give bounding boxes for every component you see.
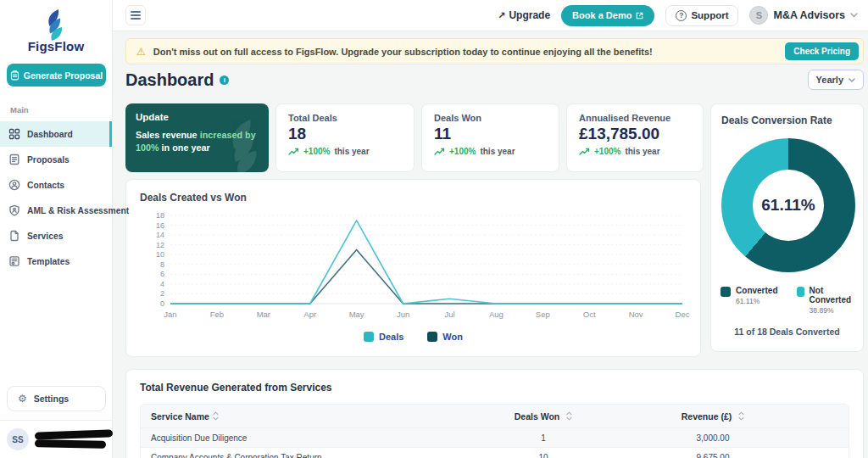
donut-chart: 61.11% bbox=[721, 138, 855, 272]
svg-text:Jan: Jan bbox=[164, 310, 176, 319]
svg-text:6: 6 bbox=[160, 270, 164, 278]
update-card: Update Sales revenue increased by 100% i… bbox=[125, 103, 269, 172]
sort-icon bbox=[566, 411, 572, 421]
svg-text:Mar: Mar bbox=[257, 310, 270, 319]
shield-icon bbox=[8, 204, 20, 216]
total-deals-card: Total Deals 18 +100% this year bbox=[275, 103, 415, 172]
annualised-revenue-card: Annualised Revenue £13,785.00 +100% this… bbox=[566, 103, 704, 172]
support-button[interactable]: ? Support bbox=[665, 5, 738, 26]
user-profile[interactable]: SS bbox=[0, 421, 112, 458]
warning-icon: ⚠ bbox=[136, 47, 146, 57]
banner-text: Don't miss out on full access to FigsFlo… bbox=[153, 47, 778, 57]
proposal-doc-icon bbox=[10, 70, 19, 81]
converted-swatch bbox=[721, 287, 731, 297]
check-pricing-button[interactable]: Check Pricing bbox=[785, 42, 859, 60]
donut-center-value: 61.11% bbox=[761, 196, 815, 215]
sidebar-item-templates[interactable]: Templates bbox=[0, 249, 112, 274]
column-header-deals-won[interactable]: Deals Won bbox=[459, 411, 628, 422]
generate-proposal-button[interactable]: Generate Proposal bbox=[7, 64, 106, 87]
services-table: Service Name Deals Won Revenue (£) Acqui… bbox=[140, 404, 849, 458]
page-title: Dashboard i bbox=[125, 70, 229, 90]
legend-item-not-converted: Not Converted 38.89% bbox=[797, 286, 854, 315]
figsflow-logo[interactable]: FigsFlow bbox=[0, 0, 112, 53]
org-avatar: S bbox=[749, 6, 768, 25]
svg-text:16: 16 bbox=[156, 221, 164, 230]
sidebar-section-main: Main bbox=[0, 105, 112, 114]
deals-swatch bbox=[364, 332, 374, 342]
svg-text:Dec: Dec bbox=[676, 310, 690, 319]
won-swatch bbox=[427, 332, 437, 342]
svg-text:14: 14 bbox=[156, 231, 164, 239]
line-chart: 024681012141618JanFebMarAprMayJunJulAugS… bbox=[140, 209, 688, 330]
trend-up-icon bbox=[434, 148, 445, 155]
donut-chart-title: Deals Conversion Rate bbox=[721, 114, 853, 126]
conversion-rate-card: Deals Conversion Rate 61.11% Converted 6… bbox=[710, 103, 864, 352]
table-title: Total Revenue Generated from Services bbox=[140, 382, 849, 394]
period-dropdown[interactable]: Yearly bbox=[808, 70, 864, 90]
menu-toggle-button[interactable] bbox=[125, 5, 146, 25]
templates-icon bbox=[8, 255, 20, 267]
sort-icon bbox=[738, 411, 744, 421]
services-icon bbox=[8, 230, 20, 242]
svg-text:Aug: Aug bbox=[489, 310, 504, 319]
contacts-icon bbox=[8, 179, 20, 191]
sidebar-item-services[interactable]: Services bbox=[0, 223, 112, 249]
deals-won-card: Deals Won 11 +100% this year bbox=[421, 103, 559, 172]
account-menu[interactable]: S M&A Advisors bbox=[749, 6, 858, 25]
book-demo-button[interactable]: Book a Demo bbox=[561, 5, 654, 26]
legend-item-won[interactable]: Won bbox=[427, 332, 463, 342]
svg-text:10: 10 bbox=[156, 250, 164, 259]
hamburger-icon bbox=[131, 11, 141, 20]
trend-up-icon bbox=[579, 148, 590, 155]
sort-icon bbox=[213, 411, 219, 421]
column-header-service-name[interactable]: Service Name bbox=[141, 411, 459, 422]
question-circle-icon: ? bbox=[676, 10, 687, 21]
sidebar: FigsFlow Generate Proposal Main Dashboar… bbox=[0, 0, 113, 458]
line-chart-title: Deals Created vs Won bbox=[140, 192, 687, 204]
column-header-revenue[interactable]: Revenue (£) bbox=[628, 411, 798, 422]
redacted-username bbox=[35, 431, 113, 448]
sidebar-item-contacts[interactable]: Contacts bbox=[0, 172, 112, 198]
deals-chart-card: Deals Created vs Won 024681012141618JanF… bbox=[125, 179, 701, 357]
svg-text:Apr: Apr bbox=[303, 310, 316, 319]
chevron-down-icon bbox=[849, 78, 855, 82]
donut-footnote: 11 of 18 Deals Converted bbox=[721, 327, 853, 337]
table-body: Acquisition Due Diligence13,000.00Compan… bbox=[141, 427, 849, 458]
trend-up-icon bbox=[288, 148, 299, 155]
svg-text:Jul: Jul bbox=[444, 310, 454, 319]
user-avatar: SS bbox=[7, 428, 29, 450]
svg-text:2: 2 bbox=[160, 289, 164, 298]
logo-wordmark: FigsFlow bbox=[28, 39, 85, 53]
table-row[interactable]: Company Accounts & Corporation Tax Retur… bbox=[141, 447, 849, 458]
table-row[interactable]: Acquisition Due Diligence13,000.00 bbox=[141, 427, 849, 447]
svg-text:18: 18 bbox=[156, 211, 164, 220]
svg-text:Jun: Jun bbox=[397, 310, 409, 319]
svg-text:4: 4 bbox=[160, 280, 164, 288]
legend-item-deals[interactable]: Deals bbox=[364, 332, 403, 342]
svg-text:Feb: Feb bbox=[210, 310, 224, 319]
line-chart-legend: Deals Won bbox=[140, 332, 687, 342]
svg-text:8: 8 bbox=[160, 260, 164, 269]
topbar: ↗ Upgrade Book a Demo ? Support S M&A Ad… bbox=[113, 0, 868, 31]
sidebar-bottom: ⚙ Settings SS bbox=[0, 386, 112, 458]
sidebar-item-dashboard[interactable]: Dashboard bbox=[0, 121, 112, 147]
sidebar-item-proposals[interactable]: Proposals bbox=[0, 147, 112, 172]
svg-text:May: May bbox=[349, 310, 364, 319]
chevron-down-icon bbox=[850, 13, 858, 18]
svg-text:Sep: Sep bbox=[536, 310, 550, 319]
upgrade-banner: ⚠ Don't miss out on full access to FigsF… bbox=[125, 38, 864, 64]
legend-item-converted: Converted 61.11% bbox=[721, 286, 777, 315]
not-converted-swatch bbox=[797, 287, 804, 297]
info-icon[interactable]: i bbox=[220, 75, 229, 85]
dashboard-grid-icon bbox=[8, 128, 20, 140]
settings-button[interactable]: ⚙ Settings bbox=[7, 386, 106, 411]
gear-icon: ⚙ bbox=[18, 394, 27, 404]
sidebar-item-aml-risk[interactable]: AML & Risk Assessment bbox=[0, 198, 112, 223]
svg-text:Oct: Oct bbox=[583, 310, 596, 319]
external-link-icon bbox=[636, 12, 643, 20]
upgrade-link[interactable]: ↗ Upgrade bbox=[498, 9, 550, 21]
donut-legend: Converted 61.11% Not Converted 38.89% bbox=[721, 286, 853, 315]
svg-text:12: 12 bbox=[156, 241, 164, 249]
sidebar-nav: Dashboard Proposals Contacts bbox=[0, 121, 112, 274]
revenue-table-card: Total Revenue Generated from Services Se… bbox=[125, 369, 864, 458]
